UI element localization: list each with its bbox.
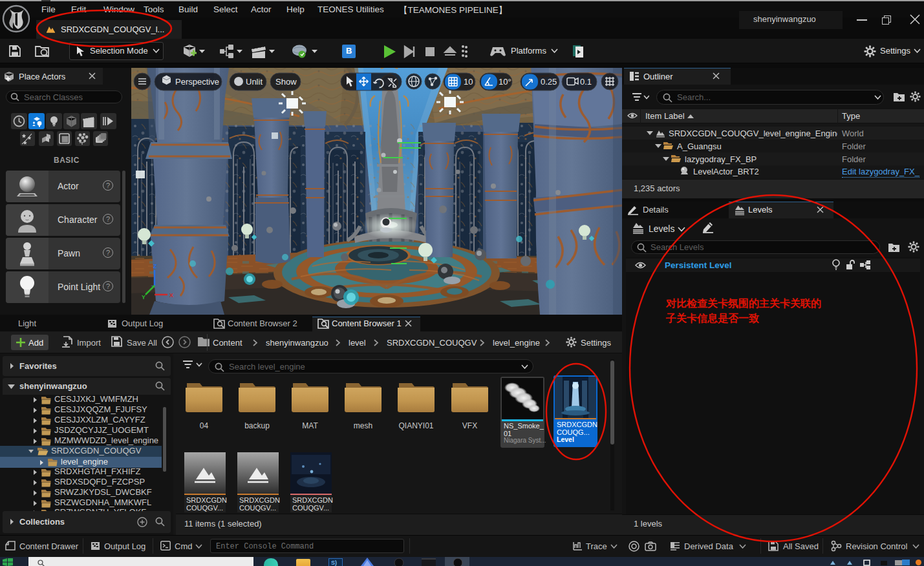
svg-text:10: 10 xyxy=(464,77,473,87)
svg-text:0.25: 0.25 xyxy=(541,77,557,87)
svg-text:Perspective: Perspective xyxy=(175,77,219,87)
svg-text:Y: Y xyxy=(142,294,145,300)
svg-text:Z: Z xyxy=(153,263,157,269)
svg-text:Show: Show xyxy=(275,77,297,87)
svg-text:Unlit: Unlit xyxy=(246,77,263,87)
svg-text:10°: 10° xyxy=(499,77,511,87)
svg-text:X: X xyxy=(169,292,173,299)
svg-text:0.1: 0.1 xyxy=(580,77,592,87)
